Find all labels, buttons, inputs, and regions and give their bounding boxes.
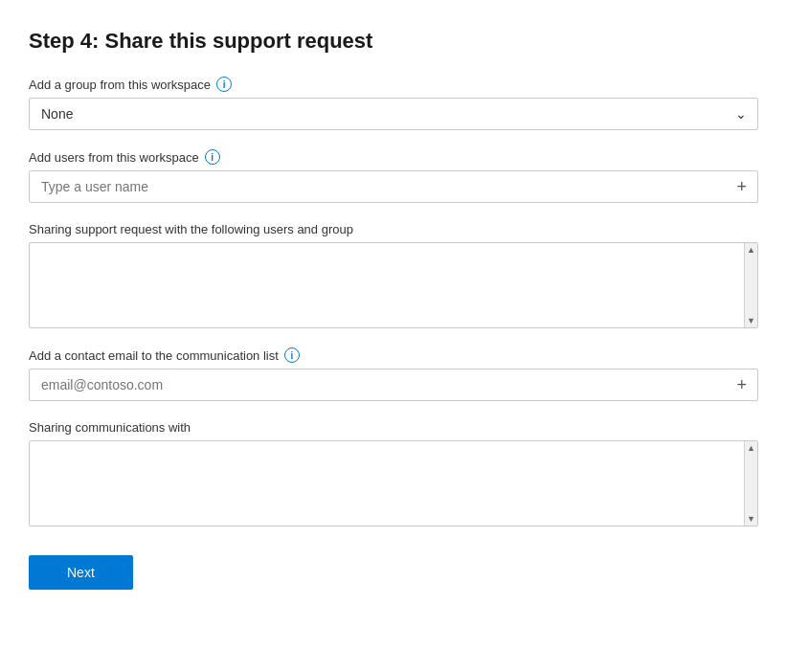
scroll-down-arrow[interactable]: ▼ [747,316,755,325]
email-section: Add a contact email to the communication… [29,347,758,401]
email-input-wrapper: + [29,369,758,401]
email-label-text: Add a contact email to the communication… [29,348,279,363]
users-label-text: Add users from this workspace [29,150,199,165]
sharing-users-section: Sharing support request with the followi… [29,222,758,328]
user-name-input[interactable] [29,170,758,203]
sharing-comms-box: ▲ ▼ [29,440,758,526]
add-user-button[interactable]: + [732,176,751,197]
sharing-users-label-text: Sharing support request with the followi… [29,222,353,236]
group-dropdown[interactable]: None [29,98,758,130]
group-section-label: Add a group from this workspace i [29,77,758,92]
next-button[interactable]: Next [29,555,133,590]
sharing-comms-label-text: Sharing communications with [29,420,191,435]
sharing-comms-label: Sharing communications with [29,420,758,435]
sharing-comms-scrollbar[interactable]: ▲ ▼ [744,441,757,526]
group-label-text: Add a group from this workspace [29,78,211,92]
users-section: Add users from this workspace i + [29,149,758,203]
email-input[interactable] [29,369,758,401]
email-section-label: Add a contact email to the communication… [29,347,758,363]
group-dropdown-wrapper: None ⌄ [29,98,758,130]
group-section: Add a group from this workspace i None ⌄ [29,77,758,130]
sharing-users-content [30,243,757,327]
users-section-label: Add users from this workspace i [29,149,758,165]
user-input-wrapper: + [29,170,758,203]
users-info-icon[interactable]: i [205,149,220,165]
page-title: Step 4: Share this support request [29,29,758,54]
sharing-users-box: ▲ ▼ [29,242,758,328]
scroll-up-arrow[interactable]: ▲ [747,245,755,255]
sharing-users-scrollbar[interactable]: ▲ ▼ [744,243,757,327]
sharing-comms-content [30,441,757,526]
comms-scroll-down-arrow[interactable]: ▼ [747,514,755,524]
footer: Next [29,546,758,590]
add-email-button[interactable]: + [732,374,751,395]
group-info-icon[interactable]: i [216,77,232,92]
sharing-users-label: Sharing support request with the followi… [29,222,758,236]
sharing-comms-section: Sharing communications with ▲ ▼ [29,420,758,526]
comms-scroll-up-arrow[interactable]: ▲ [747,443,755,453]
email-info-icon[interactable]: i [284,347,300,363]
